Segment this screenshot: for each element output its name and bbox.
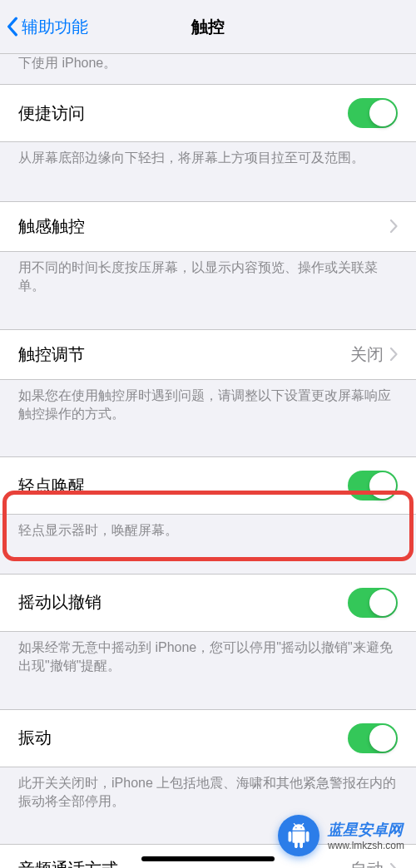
back-label: 辅助功能: [22, 16, 88, 38]
chevron-right-icon: [390, 219, 398, 233]
haptic-touch-label: 触感触控: [18, 215, 85, 238]
tap-to-wake-label: 轻点唤醒: [18, 475, 85, 497]
chevron-right-icon: [390, 863, 398, 868]
shake-to-undo-cell[interactable]: 摇动以撤销: [0, 574, 416, 632]
vibration-label: 振动: [18, 727, 52, 749]
chevron-right-icon: [390, 348, 398, 361]
reachability-cell[interactable]: 便捷访问: [0, 84, 416, 142]
assistive-touch-footer: 下使用 iPhone。: [0, 54, 416, 84]
tap-to-wake-cell[interactable]: 轻点唤醒: [0, 456, 416, 515]
shake-to-undo-label: 摇动以撤销: [18, 591, 102, 614]
android-icon: [278, 815, 319, 856]
touch-accommodations-cell[interactable]: 触控调节 关闭: [0, 329, 416, 380]
call-audio-routing-value: 自动: [350, 858, 384, 868]
home-indicator[interactable]: [141, 856, 275, 861]
reachability-label: 便捷访问: [18, 102, 85, 125]
chevron-left-icon: [7, 17, 18, 37]
touch-accommodations-value: 关闭: [350, 343, 384, 366]
reachability-footer: 从屏幕底部边缘向下轻扫，将屏幕上方项目拉至可及范围。: [0, 142, 416, 179]
page-title: 触控: [191, 16, 225, 38]
shake-to-undo-footer: 如果经常无意中摇动到 iPhone，您可以停用"摇动以撤销"来避免出现"撤销"提…: [0, 632, 416, 688]
reachability-toggle[interactable]: [348, 98, 398, 128]
shake-to-undo-toggle[interactable]: [348, 588, 398, 618]
back-button[interactable]: 辅助功能: [0, 16, 88, 38]
tap-to-wake-toggle[interactable]: [348, 471, 398, 501]
watermark: 蓝星安卓网 www.lmkzsh.com: [278, 815, 404, 856]
vibration-cell[interactable]: 振动: [0, 709, 416, 767]
watermark-url: www.lmkzsh.com: [328, 840, 404, 851]
touch-accommodations-footer: 如果您在使用触控屏时遇到问题，请调整以下设置更改屏幕响应触控操作的方式。: [0, 380, 416, 436]
haptic-touch-cell[interactable]: 触感触控: [0, 201, 416, 252]
navigation-bar: 辅助功能 触控: [0, 0, 416, 54]
content-area: 下使用 iPhone。 便捷访问 从屏幕底部边缘向下轻扫，将屏幕上方项目拉至可及…: [0, 54, 416, 868]
touch-accommodations-label: 触控调节: [18, 343, 85, 366]
vibration-toggle[interactable]: [348, 723, 398, 753]
tap-to-wake-footer: 轻点显示器时，唤醒屏幕。: [0, 515, 416, 551]
haptic-touch-footer: 用不同的时间长度按压屏幕，以显示内容预览、操作或关联菜单。: [0, 252, 416, 308]
watermark-title: 蓝星安卓网: [328, 820, 403, 840]
call-audio-routing-label: 音频通话方式: [18, 858, 118, 868]
